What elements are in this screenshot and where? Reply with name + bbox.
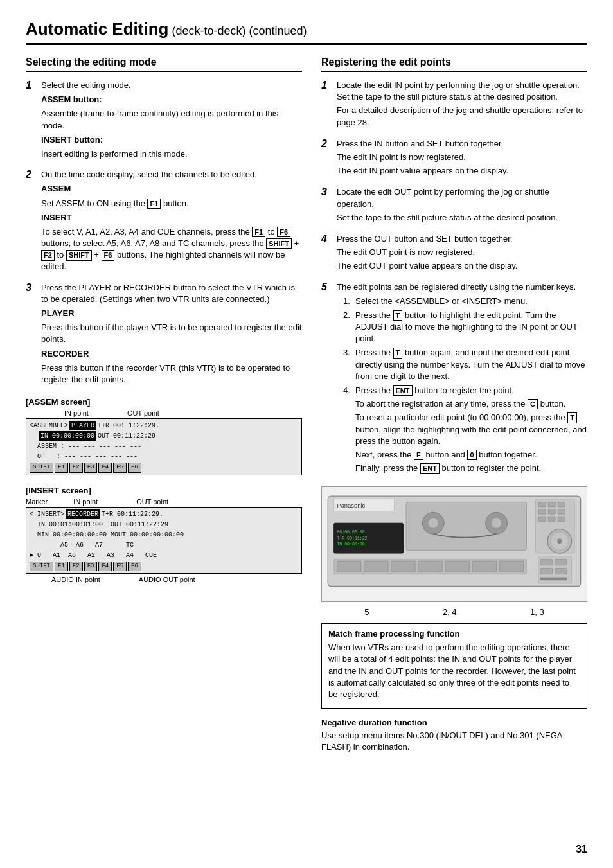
page-header: Automatic Editing (deck-to-deck) (contin… bbox=[26, 19, 587, 45]
svg-text:00:00:00:00: 00:00:00:00 bbox=[337, 530, 364, 535]
svg-rect-20 bbox=[391, 561, 415, 572]
svg-rect-6 bbox=[548, 502, 555, 507]
svg-point-30 bbox=[429, 518, 438, 528]
vtr-image: Panasonic bbox=[321, 486, 587, 602]
sub-list: 1. Select the <ASSEMBLE> or <INSERT> men… bbox=[343, 296, 587, 477]
assem-screen-box: <ASSEMBLE> PLAYER T+R 00: 1:22:29. IN 00… bbox=[26, 418, 302, 475]
right-step-5: 5 The edit points can be registered dire… bbox=[321, 281, 587, 479]
svg-rect-24 bbox=[499, 561, 523, 572]
svg-rect-21 bbox=[418, 561, 442, 572]
svg-rect-10 bbox=[558, 509, 565, 514]
step-1: 1 Select the editing mode. ASSEM button:… bbox=[26, 80, 302, 163]
vtr-label-13: 1, 3 bbox=[530, 607, 544, 617]
vtr-labels: 5 2, 4 1, 3 bbox=[321, 607, 587, 617]
neg-section: Negative duration function Use setup men… bbox=[321, 718, 587, 753]
right-step-3: 3 Locate the edit OUT point by performin… bbox=[321, 186, 587, 226]
audio-in-label: AUDIO IN point bbox=[51, 576, 100, 583]
right-step-4: 4 Press the OUT button and SET button to… bbox=[321, 233, 587, 274]
page-title: Automatic Editing (deck-to-deck) (contin… bbox=[26, 19, 587, 39]
audio-out-label: AUDIO OUT point bbox=[139, 576, 195, 583]
right-step-1: 1 Locate the edit IN point by performing… bbox=[321, 80, 587, 130]
vtr-label-5: 5 bbox=[364, 607, 369, 617]
svg-rect-34 bbox=[540, 560, 553, 565]
svg-rect-12 bbox=[548, 517, 555, 521]
f1-button-ref: F1 bbox=[147, 199, 161, 209]
svg-rect-13 bbox=[558, 517, 565, 521]
svg-rect-8 bbox=[538, 509, 546, 514]
svg-text:Panasonic: Panasonic bbox=[337, 502, 365, 509]
step-3: 3 Press the PLAYER or RECORDER button to… bbox=[26, 282, 302, 389]
assem-in-label: IN point bbox=[64, 409, 89, 417]
right-step-2: 2 Press the IN button and SET button tog… bbox=[321, 138, 587, 179]
page-number: 31 bbox=[576, 844, 587, 855]
insert-screen-label: [INSERT screen] bbox=[26, 486, 302, 495]
svg-rect-23 bbox=[472, 561, 496, 572]
svg-rect-38 bbox=[540, 578, 567, 581]
right-column: Registering the edit points 1 Locate the… bbox=[321, 57, 587, 754]
assem-screen-container: [ASSEM screen] IN point OUT point <ASSEM… bbox=[26, 397, 302, 475]
info-box-title: Match frame processing function bbox=[328, 629, 580, 639]
right-section-title: Registering the edit points bbox=[321, 57, 587, 72]
vtr-svg: Panasonic bbox=[322, 487, 587, 601]
insert-screen-container: [INSERT screen] Marker IN point OUT poin… bbox=[26, 486, 302, 584]
svg-text:IN  00:00:00: IN 00:00:00 bbox=[337, 542, 364, 547]
vtr-label-24: 2, 4 bbox=[443, 607, 457, 617]
assem-out-label: OUT point bbox=[127, 409, 159, 417]
svg-rect-9 bbox=[548, 509, 555, 514]
sub-item-3: 3. Press the T button again, and input t… bbox=[343, 347, 587, 382]
svg-point-32 bbox=[492, 518, 501, 528]
svg-rect-35 bbox=[555, 560, 567, 565]
svg-text:T+R 00:11:22: T+R 00:11:22 bbox=[337, 536, 367, 541]
insert-out-label: OUT point bbox=[136, 498, 168, 506]
svg-rect-36 bbox=[540, 569, 553, 574]
svg-rect-22 bbox=[445, 561, 469, 572]
insert-in-label: IN point bbox=[73, 498, 98, 506]
left-column: Selecting the editing mode 1 Select the … bbox=[26, 57, 302, 754]
info-box: Match frame processing function When two… bbox=[321, 623, 587, 709]
svg-rect-5 bbox=[538, 502, 546, 507]
svg-rect-18 bbox=[337, 561, 360, 572]
neg-section-title: Negative duration function bbox=[321, 718, 587, 727]
svg-rect-7 bbox=[558, 502, 565, 507]
sub-item-1: 1. Select the <ASSEMBLE> or <INSERT> men… bbox=[343, 296, 587, 307]
insert-screen-box: < INSERT> RECORDER T+R 00:11:22:29. IN 0… bbox=[26, 507, 302, 574]
step-2: 2 On the time code display, select the c… bbox=[26, 169, 302, 276]
sub-item-4: 4. Press the ENT button to register the … bbox=[343, 385, 587, 476]
neg-section-text: Use setup menu items No.300 (IN/OUT DEL)… bbox=[321, 730, 587, 753]
svg-rect-37 bbox=[555, 569, 567, 574]
left-section-title: Selecting the editing mode bbox=[26, 57, 302, 72]
svg-rect-11 bbox=[538, 517, 546, 521]
svg-point-16 bbox=[557, 539, 562, 544]
assem-screen-label: [ASSEM screen] bbox=[26, 397, 302, 407]
sub-item-2: 2. Press the T button to highlight the e… bbox=[343, 310, 587, 345]
svg-rect-19 bbox=[364, 561, 388, 572]
info-box-text: When two VTRs are used to perform the ed… bbox=[328, 642, 580, 700]
insert-marker-label: Marker bbox=[26, 498, 48, 506]
